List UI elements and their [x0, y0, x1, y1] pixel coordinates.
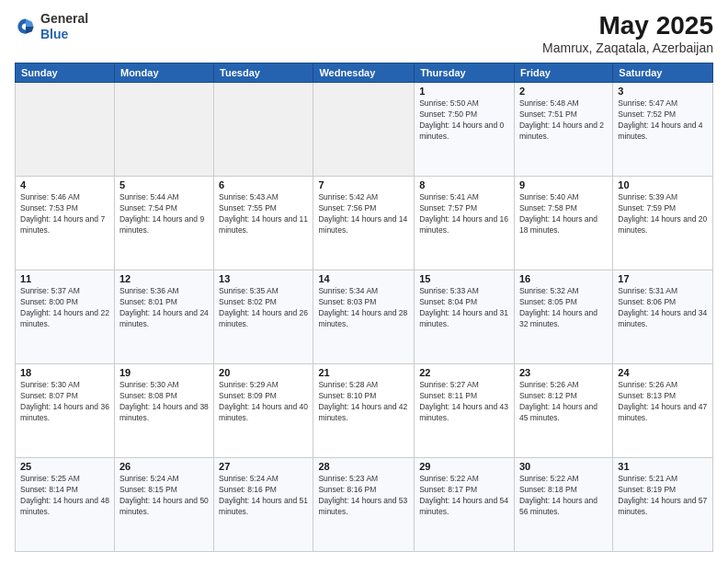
day-number: 24 — [618, 367, 708, 378]
day-number: 17 — [618, 273, 708, 284]
day-info: Sunrise: 5:30 AMSunset: 8:07 PMDaylight:… — [20, 380, 109, 424]
logo: General Blue — [15, 11, 88, 42]
logo-blue: Blue — [40, 27, 88, 42]
day-number: 22 — [419, 367, 509, 378]
cell-0-0 — [16, 83, 115, 177]
day-info: Sunrise: 5:27 AMSunset: 8:11 PMDaylight:… — [419, 380, 509, 424]
day-number: 31 — [618, 461, 708, 472]
day-number: 26 — [119, 461, 209, 472]
day-info: Sunrise: 5:36 AMSunset: 8:01 PMDaylight:… — [119, 286, 209, 330]
day-info: Sunrise: 5:35 AMSunset: 8:02 PMDaylight:… — [219, 286, 308, 330]
cell-0-1 — [114, 83, 213, 177]
day-number: 4 — [20, 179, 109, 190]
day-number: 10 — [618, 179, 708, 190]
day-number: 28 — [318, 461, 409, 472]
week-row-4: 25Sunrise: 5:25 AMSunset: 8:14 PMDayligh… — [16, 458, 713, 552]
day-number: 14 — [318, 273, 409, 284]
cell-1-1: 5Sunrise: 5:44 AMSunset: 7:54 PMDaylight… — [114, 177, 213, 270]
cell-3-6: 24Sunrise: 5:26 AMSunset: 8:13 PMDayligh… — [613, 364, 713, 458]
day-number: 20 — [219, 367, 308, 378]
day-number: 13 — [219, 273, 308, 284]
cell-3-2: 20Sunrise: 5:29 AMSunset: 8:09 PMDayligh… — [214, 364, 313, 458]
day-info: Sunrise: 5:50 AMSunset: 7:50 PMDaylight:… — [419, 98, 509, 143]
header-sunday: Sunday — [16, 63, 115, 83]
cell-1-0: 4Sunrise: 5:46 AMSunset: 7:53 PMDaylight… — [16, 177, 115, 270]
cell-3-4: 22Sunrise: 5:27 AMSunset: 8:11 PMDayligh… — [415, 364, 515, 458]
day-info: Sunrise: 5:23 AMSunset: 8:16 PMDaylight:… — [318, 474, 409, 518]
cell-4-0: 25Sunrise: 5:25 AMSunset: 8:14 PMDayligh… — [16, 458, 115, 552]
day-info: Sunrise: 5:29 AMSunset: 8:09 PMDaylight:… — [219, 380, 308, 424]
day-number: 23 — [519, 367, 608, 378]
week-row-3: 18Sunrise: 5:30 AMSunset: 8:07 PMDayligh… — [16, 364, 713, 458]
day-info: Sunrise: 5:39 AMSunset: 7:59 PMDaylight:… — [618, 192, 708, 236]
day-number: 19 — [119, 367, 209, 378]
day-info: Sunrise: 5:28 AMSunset: 8:10 PMDaylight:… — [318, 380, 409, 424]
cell-0-6: 3Sunrise: 5:47 AMSunset: 7:52 PMDaylight… — [613, 83, 713, 177]
cell-0-4: 1Sunrise: 5:50 AMSunset: 7:50 PMDaylight… — [415, 83, 515, 177]
day-info: Sunrise: 5:44 AMSunset: 7:54 PMDaylight:… — [119, 192, 209, 236]
day-info: Sunrise: 5:40 AMSunset: 7:58 PMDaylight:… — [519, 192, 608, 236]
header-thursday: Thursday — [415, 63, 515, 83]
cell-2-3: 14Sunrise: 5:34 AMSunset: 8:03 PMDayligh… — [313, 270, 415, 364]
cell-3-1: 19Sunrise: 5:30 AMSunset: 8:08 PMDayligh… — [114, 364, 213, 458]
day-info: Sunrise: 5:24 AMSunset: 8:16 PMDaylight:… — [219, 474, 308, 518]
day-number: 1 — [419, 86, 509, 97]
cell-2-5: 16Sunrise: 5:32 AMSunset: 8:05 PMDayligh… — [514, 270, 612, 364]
header-saturday: Saturday — [613, 63, 713, 83]
day-number: 25 — [20, 461, 109, 472]
cell-4-4: 29Sunrise: 5:22 AMSunset: 8:17 PMDayligh… — [415, 458, 515, 552]
day-number: 2 — [519, 86, 608, 97]
header-friday: Friday — [514, 63, 612, 83]
day-info: Sunrise: 5:34 AMSunset: 8:03 PMDaylight:… — [318, 286, 409, 330]
cell-1-3: 7Sunrise: 5:42 AMSunset: 7:56 PMDaylight… — [313, 177, 415, 270]
cell-2-2: 13Sunrise: 5:35 AMSunset: 8:02 PMDayligh… — [214, 270, 313, 364]
logo-icon — [15, 16, 37, 38]
day-info: Sunrise: 5:33 AMSunset: 8:04 PMDaylight:… — [419, 286, 509, 330]
day-number: 16 — [519, 273, 608, 284]
cell-4-1: 26Sunrise: 5:24 AMSunset: 8:15 PMDayligh… — [114, 458, 213, 552]
day-number: 5 — [119, 179, 209, 190]
page: General Blue May 2025 Mamrux, Zaqatala, … — [0, 0, 728, 563]
cell-3-3: 21Sunrise: 5:28 AMSunset: 8:10 PMDayligh… — [313, 364, 415, 458]
day-info: Sunrise: 5:42 AMSunset: 7:56 PMDaylight:… — [318, 192, 409, 236]
cell-1-4: 8Sunrise: 5:41 AMSunset: 7:57 PMDaylight… — [415, 177, 515, 270]
day-number: 29 — [419, 461, 509, 472]
cell-2-4: 15Sunrise: 5:33 AMSunset: 8:04 PMDayligh… — [415, 270, 515, 364]
day-info: Sunrise: 5:37 AMSunset: 8:00 PMDaylight:… — [20, 286, 109, 330]
day-info: Sunrise: 5:24 AMSunset: 8:15 PMDaylight:… — [119, 474, 209, 518]
day-number: 9 — [519, 179, 608, 190]
day-info: Sunrise: 5:32 AMSunset: 8:05 PMDaylight:… — [519, 286, 608, 330]
day-number: 11 — [20, 273, 109, 284]
day-number: 30 — [519, 461, 608, 472]
day-number: 27 — [219, 461, 308, 472]
day-info: Sunrise: 5:22 AMSunset: 8:17 PMDaylight:… — [419, 474, 509, 518]
day-number: 6 — [219, 179, 308, 190]
cell-1-6: 10Sunrise: 5:39 AMSunset: 7:59 PMDayligh… — [613, 177, 713, 270]
day-number: 21 — [318, 367, 409, 378]
day-info: Sunrise: 5:22 AMSunset: 8:18 PMDaylight:… — [519, 474, 608, 518]
cell-4-2: 27Sunrise: 5:24 AMSunset: 8:16 PMDayligh… — [214, 458, 313, 552]
cell-3-5: 23Sunrise: 5:26 AMSunset: 8:12 PMDayligh… — [514, 364, 612, 458]
day-info: Sunrise: 5:48 AMSunset: 7:51 PMDaylight:… — [519, 98, 608, 143]
cell-0-3 — [313, 83, 415, 177]
day-number: 12 — [119, 273, 209, 284]
logo-general: General — [40, 11, 88, 27]
day-info: Sunrise: 5:30 AMSunset: 8:08 PMDaylight:… — [119, 380, 209, 424]
day-number: 15 — [419, 273, 509, 284]
cell-2-6: 17Sunrise: 5:31 AMSunset: 8:06 PMDayligh… — [613, 270, 713, 364]
day-info: Sunrise: 5:21 AMSunset: 8:19 PMDaylight:… — [618, 474, 708, 518]
cell-0-5: 2Sunrise: 5:48 AMSunset: 7:51 PMDaylight… — [514, 83, 612, 177]
week-row-1: 4Sunrise: 5:46 AMSunset: 7:53 PMDaylight… — [16, 177, 713, 270]
header-tuesday: Tuesday — [214, 63, 313, 83]
subtitle: Mamrux, Zaqatala, Azerbaijan — [542, 40, 713, 55]
cell-1-5: 9Sunrise: 5:40 AMSunset: 7:58 PMDaylight… — [514, 177, 612, 270]
header-monday: Monday — [114, 63, 213, 83]
day-number: 3 — [618, 86, 708, 97]
week-row-2: 11Sunrise: 5:37 AMSunset: 8:00 PMDayligh… — [16, 270, 713, 364]
day-info: Sunrise: 5:26 AMSunset: 8:13 PMDaylight:… — [618, 380, 708, 424]
cell-2-1: 12Sunrise: 5:36 AMSunset: 8:01 PMDayligh… — [114, 270, 213, 364]
day-info: Sunrise: 5:25 AMSunset: 8:14 PMDaylight:… — [20, 474, 109, 518]
cell-0-2 — [214, 83, 313, 177]
header: General Blue May 2025 Mamrux, Zaqatala, … — [15, 11, 713, 55]
calendar-table: Sunday Monday Tuesday Wednesday Thursday… — [15, 63, 713, 552]
